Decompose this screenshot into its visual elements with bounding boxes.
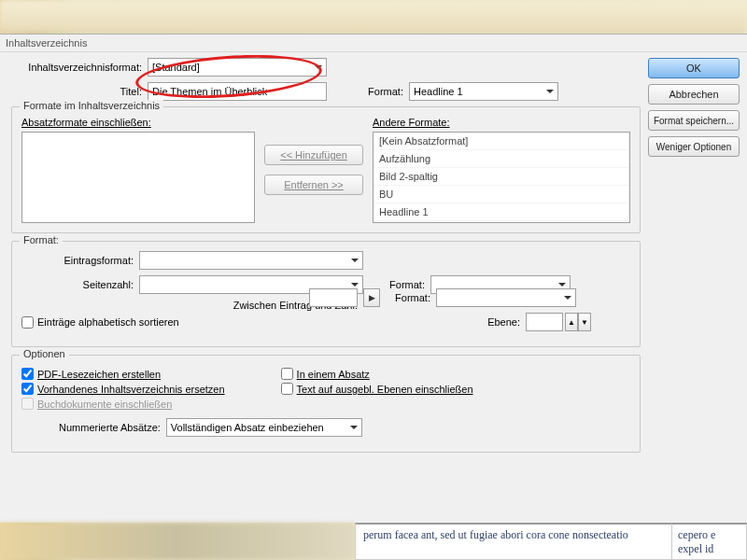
list-item[interactable]: Bild 2-spaltig: [374, 168, 629, 186]
other-formats-listbox[interactable]: [Kein Absatzformat] Aufzählung Bild 2-sp…: [373, 132, 630, 223]
level-step-up[interactable]: ▲: [565, 313, 578, 331]
page-num-label: Seitenzahl:: [21, 279, 134, 290]
options-group-title: Optionen: [20, 348, 69, 359]
include-formats-label: Absatzformate einschließen:: [21, 117, 255, 128]
toc-format-value: [Standard]: [152, 62, 200, 73]
between-format-combo[interactable]: [436, 288, 576, 307]
list-item[interactable]: BU: [374, 186, 629, 203]
title-value: Die Themen im Überblick: [152, 86, 267, 97]
save-format-button[interactable]: Format speichern...: [648, 110, 740, 131]
toc-dialog: Inhaltsverzeichnis Inhaltsverzeichnisfor…: [0, 34, 747, 523]
single-paragraph-checkbox[interactable]: In einem Absatz: [281, 368, 473, 380]
include-books-checkbox: Buchdokumente einschließen: [21, 398, 225, 410]
formats-group: Formate im Inhaltsverzeichnis Absatzform…: [11, 106, 641, 233]
toc-format-label: Inhaltsverzeichnisformat:: [11, 62, 142, 73]
fewer-options-button[interactable]: Weniger Optionen: [648, 136, 740, 157]
pdf-bookmarks-checkbox[interactable]: PDF-Lesezeichen erstellen: [21, 368, 225, 380]
title-label: Titel:: [11, 86, 142, 97]
ok-button[interactable]: OK: [648, 58, 740, 78]
between-input[interactable]: [309, 288, 358, 307]
format-group-title: Format:: [20, 234, 63, 245]
entry-format-label: Eintragsformat:: [21, 255, 134, 266]
include-formats-listbox[interactable]: [21, 132, 255, 223]
list-item[interactable]: Headline 1: [374, 203, 629, 221]
level-step-down[interactable]: ▼: [578, 313, 591, 331]
numbered-para-combo[interactable]: Vollständigen Absatz einbeziehen: [166, 418, 362, 437]
level-input[interactable]: [526, 313, 563, 331]
between-flyout-button[interactable]: [363, 288, 380, 307]
title-format-combo[interactable]: Headline 1: [409, 82, 558, 101]
list-item[interactable]: Aufzählung: [374, 150, 629, 168]
remove-format-button[interactable]: Entfernen >>: [264, 175, 363, 195]
sort-alpha-checkbox[interactable]: Einträge alphabetisch sortieren: [21, 316, 179, 329]
format-group: Format: Eintragsformat: Seitenzahl: Form…: [11, 241, 641, 347]
page-background-text: perum facea ant, sed ut fugiae abori cor…: [0, 523, 747, 560]
title-input[interactable]: Die Themen im Überblick: [148, 82, 327, 101]
replace-toc-checkbox[interactable]: Vorhandenes Inhaltsverzeichnis ersetzen: [21, 383, 225, 395]
title-format-label: Format:: [351, 86, 403, 97]
entry-format-combo[interactable]: [139, 251, 363, 270]
level-label: Ebene:: [487, 316, 520, 328]
between-format-label: Format:: [386, 292, 430, 303]
dialog-title: Inhaltsverzeichnis: [0, 35, 747, 52]
toc-format-combo[interactable]: [Standard]: [148, 58, 327, 77]
hidden-layers-checkbox[interactable]: Text auf ausgebl. Ebenen einschließen: [281, 383, 473, 395]
add-format-button[interactable]: << Hinzufügen: [264, 145, 363, 165]
cancel-button[interactable]: Abbrechen: [648, 84, 740, 105]
formats-group-title: Formate im Inhaltsverzeichnis: [20, 100, 163, 111]
options-group: Optionen PDF-Lesezeichen erstellen Vorha…: [11, 355, 641, 453]
title-format-value: Headline 1: [414, 86, 463, 97]
other-formats-label: Andere Formate:: [373, 117, 630, 128]
numbered-para-label: Nummerierte Absätze:: [59, 422, 161, 433]
list-item[interactable]: [Kein Absatzformat]: [374, 133, 629, 150]
